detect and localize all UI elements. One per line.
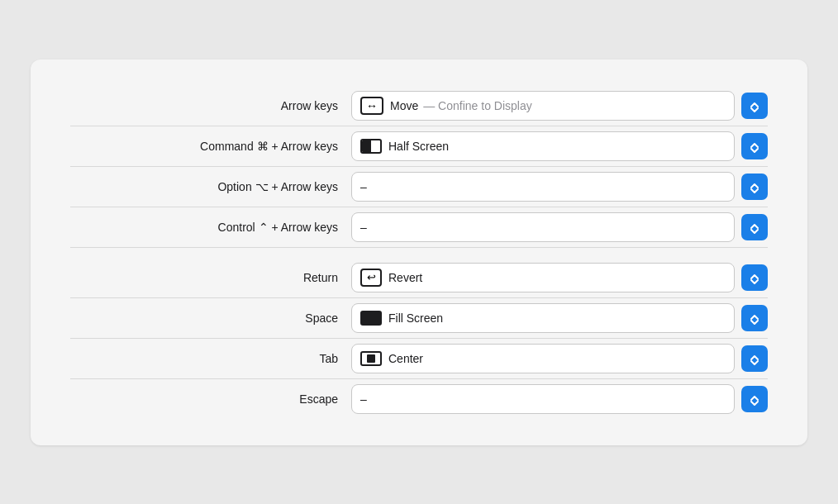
move-arrow-icon: ↔: [360, 97, 383, 115]
dash-text-control-arrow-keys: –: [360, 221, 367, 234]
spinner-option-arrow-keys[interactable]: [741, 174, 768, 200]
spacer: [70, 248, 768, 258]
control-return: ↩Revert: [351, 263, 768, 292]
select-primary-space: Fill Screen: [388, 311, 443, 325]
row-tab: TabCenter: [70, 339, 768, 379]
center-icon: [360, 351, 382, 366]
label-option-arrow-keys: Option ⌥ + Arrow keys: [70, 180, 351, 193]
row-cmd-arrow-keys: Command ⌘ + Arrow keysHalf Screen: [70, 126, 768, 167]
select-option-arrow-keys[interactable]: –: [351, 172, 735, 202]
spinner-tab[interactable]: [741, 345, 768, 372]
spinner-arrow-keys[interactable]: [741, 93, 768, 119]
select-text-tab: Center: [388, 352, 423, 365]
select-secondary-arrow-keys: — Confine to Display: [423, 99, 532, 112]
control-option-arrow-keys: –: [351, 172, 768, 202]
select-tab[interactable]: Center: [351, 344, 735, 373]
fill-screen-icon: [360, 311, 382, 326]
revert-icon: ↩: [360, 269, 382, 287]
select-text-return: Revert: [388, 271, 422, 284]
label-space: Space: [70, 311, 351, 325]
select-primary-tab: Center: [388, 352, 423, 365]
spinner-escape[interactable]: [741, 386, 768, 412]
label-tab: Tab: [70, 352, 351, 365]
control-control-arrow-keys: –: [351, 212, 768, 242]
spinner-cmd-arrow-keys[interactable]: [741, 133, 768, 159]
row-escape: Escape–: [70, 379, 768, 419]
row-option-arrow-keys: Option ⌥ + Arrow keys–: [70, 167, 768, 207]
select-text-cmd-arrow-keys: Half Screen: [388, 140, 449, 153]
select-primary-return: Revert: [388, 271, 422, 284]
control-cmd-arrow-keys: Half Screen: [351, 131, 768, 161]
dash-text-option-arrow-keys: –: [360, 180, 367, 193]
select-return[interactable]: ↩Revert: [351, 263, 735, 292]
label-control-arrow-keys: Control ⌃ + Arrow keys: [70, 221, 351, 234]
control-space: Fill Screen: [351, 303, 768, 333]
dash-text-escape: –: [360, 392, 367, 406]
select-primary-arrow-keys: Move: [390, 99, 418, 112]
row-space: SpaceFill Screen: [70, 298, 768, 339]
select-arrow-keys[interactable]: ↔Move— Confine to Display: [351, 91, 735, 121]
control-tab: Center: [351, 344, 768, 373]
select-text-arrow-keys: Move— Confine to Display: [390, 99, 532, 112]
settings-panel: Arrow keys↔Move— Confine to Display Comm…: [31, 59, 807, 445]
spinner-return[interactable]: [741, 264, 768, 291]
spinner-control-arrow-keys[interactable]: [741, 214, 768, 240]
label-escape: Escape: [70, 392, 351, 406]
select-primary-cmd-arrow-keys: Half Screen: [388, 140, 449, 153]
label-return: Return: [70, 271, 351, 284]
row-return: Return↩Revert: [70, 258, 768, 298]
control-arrow-keys: ↔Move— Confine to Display: [351, 91, 768, 121]
label-arrow-keys: Arrow keys: [70, 99, 351, 112]
spinner-space[interactable]: [741, 305, 768, 331]
select-control-arrow-keys[interactable]: –: [351, 212, 735, 242]
select-text-space: Fill Screen: [388, 311, 443, 325]
select-escape[interactable]: –: [351, 384, 735, 414]
select-space[interactable]: Fill Screen: [351, 303, 735, 333]
label-cmd-arrow-keys: Command ⌘ + Arrow keys: [70, 140, 351, 153]
control-escape: –: [351, 384, 768, 414]
half-screen-icon: [360, 139, 382, 154]
select-cmd-arrow-keys[interactable]: Half Screen: [351, 131, 735, 161]
row-arrow-keys: Arrow keys↔Move— Confine to Display: [70, 86, 768, 126]
row-control-arrow-keys: Control ⌃ + Arrow keys–: [70, 207, 768, 248]
